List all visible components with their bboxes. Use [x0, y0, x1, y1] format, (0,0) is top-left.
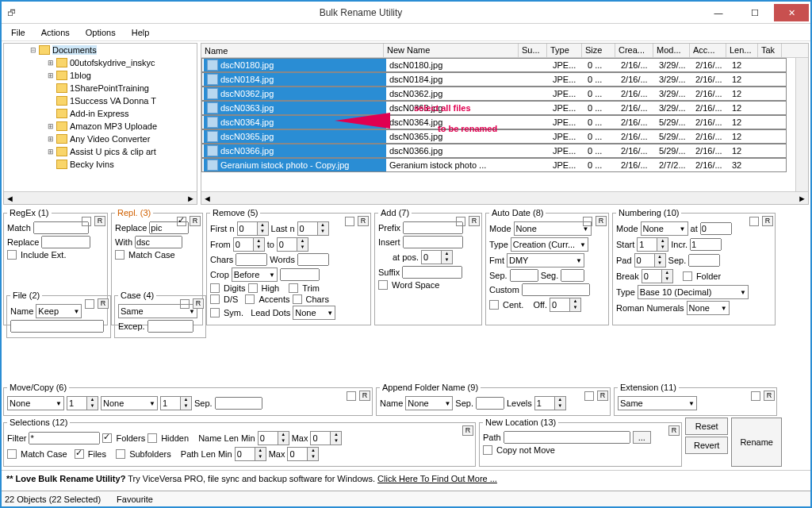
col-taken[interactable]: Tak: [758, 44, 782, 57]
list-vscroll[interactable]: [795, 58, 808, 191]
panel-add: Add (7) R Prefix Insert at pos.▲▼ Suffix…: [374, 208, 482, 325]
repl-enable-check[interactable]: [177, 217, 186, 226]
extension-select[interactable]: Same▼: [618, 396, 697, 410]
menu-file[interactable]: File: [6, 26, 30, 39]
menu-actions[interactable]: Actions: [36, 26, 75, 39]
close-button[interactable]: ✕: [774, 4, 809, 21]
add-insert-input[interactable]: [403, 236, 463, 248]
file-name-select[interactable]: Keep▼: [36, 304, 82, 318]
file-row[interactable]: dscN0180.jpgdscN0180.jpgJPE...0 ...2/16/…: [201, 58, 787, 72]
tree-item[interactable]: ⊞Amazon MP3 Uploade: [4, 120, 197, 133]
newloc-path-input[interactable]: [504, 431, 630, 444]
regex-replace-input[interactable]: [41, 236, 90, 248]
col-type[interactable]: Type: [547, 44, 582, 57]
file-row[interactable]: dscN0184.jpgdscN0184.jpgJPE...0 ...2/16/…: [201, 72, 787, 87]
tree-item[interactable]: Add-in Express: [4, 107, 197, 120]
file-name-input[interactable]: [10, 320, 104, 333]
app-icon: 🗗: [2, 8, 21, 17]
titlebar: 🗗 Bulk Rename Utility — ☐ ✕: [2, 2, 810, 24]
file-row[interactable]: dscN0362.jpgdscN0362.jpgJPE...0 ...2/16/…: [201, 87, 787, 101]
file-row[interactable]: dscN0364.jpgdscN0364.jpgJPE...0 ...2/16/…: [201, 115, 787, 129]
col-newname[interactable]: New Name: [384, 44, 519, 57]
tree-item[interactable]: ⊞00utofskydrive_inskyc: [4, 56, 197, 69]
status-objects: 22 Objects (22 Selected): [5, 495, 101, 504]
promo-bar: ** Love Bulk Rename Utility? Try ViceVer…: [2, 470, 810, 487]
panel-remove: Remove (5) R First n▲▼ Last n▲▼ From▲▼ t…: [206, 208, 371, 325]
col-accessed[interactable]: Acc...: [690, 44, 726, 57]
panel-selections: Selections (12) R Filter Folders Hidden …: [3, 418, 476, 467]
add-prefix-input[interactable]: [403, 221, 463, 234]
regex-reset[interactable]: R: [94, 216, 105, 226]
panel-newlocation: New Location (13) R Path... Copy not Mov…: [479, 418, 682, 467]
repl-matchcase-check[interactable]: [115, 250, 124, 260]
tree-item[interactable]: ⊞1blog: [4, 69, 197, 82]
file-row[interactable]: Geranium istock photo - Copy.jpgGeranium…: [201, 158, 787, 172]
tree-item[interactable]: ⊞Assist U pics & clip art: [4, 145, 197, 158]
tree-hscroll[interactable]: ◄►: [4, 191, 197, 204]
repl-with-input[interactable]: [135, 236, 182, 248]
reset-button[interactable]: Reset: [685, 418, 728, 435]
panel-case: Case (4) R Same▼ Excep.: [114, 291, 206, 338]
col-subdir[interactable]: Su...: [519, 44, 547, 57]
file-row[interactable]: dscN0363.jpgdscN0363.jpgJPE...0 ...2/16/…: [201, 101, 787, 115]
browse-button[interactable]: ...: [633, 431, 651, 444]
regex-includeext-check[interactable]: [7, 250, 17, 260]
menubar: File Actions Options Help: [2, 24, 810, 41]
list-hscroll[interactable]: ◄►: [201, 191, 808, 204]
add-suffix-input[interactable]: [402, 266, 462, 279]
minimize-button[interactable]: —: [701, 4, 736, 21]
remove-lastn-spin[interactable]: ▲▼: [297, 221, 329, 236]
annotation-arrow: [335, 113, 390, 129]
maximize-button[interactable]: ☐: [737, 4, 772, 21]
tree-item[interactable]: Becky Ivins: [4, 158, 197, 171]
tree-item[interactable]: ⊟Documents: [4, 44, 197, 56]
revert-button[interactable]: Revert: [685, 437, 728, 454]
panel-numbering: Numbering (10) R ModeNone▼at Start▲▼Incr…: [612, 208, 776, 325]
panel-extension: Extension (11) R Same▼: [614, 383, 777, 416]
remove-firstn-spin[interactable]: ▲▼: [237, 221, 269, 236]
tree-item[interactable]: ⊞Any Video Converter: [4, 133, 197, 145]
col-created[interactable]: Crea...: [615, 44, 653, 57]
col-size[interactable]: Size: [582, 44, 615, 57]
col-modified[interactable]: Mod...: [653, 44, 690, 57]
panel-autodate: Auto Date (8) R ModeNone▼ TypeCreation (…: [485, 208, 609, 325]
remove-crop-select[interactable]: Before▼: [232, 267, 278, 282]
menu-options[interactable]: Options: [81, 26, 121, 39]
file-row[interactable]: dscN0365.jpgdscN0365.jpgJPE...0 ...2/16/…: [201, 129, 787, 144]
filter-input[interactable]: [29, 432, 100, 444]
rename-button[interactable]: Rename: [731, 418, 782, 467]
panel-file: File (2) R NameKeep▼: [6, 291, 111, 338]
menu-help[interactable]: Help: [127, 26, 155, 39]
col-name[interactable]: Name: [201, 44, 384, 57]
repl-reset[interactable]: R: [190, 216, 201, 226]
folder-tree[interactable]: ⊟Documents⊞00utofskydrive_inskyc⊞1blog1S…: [3, 43, 197, 205]
regex-enable-check[interactable]: [82, 217, 91, 226]
promo-link[interactable]: Click Here To Find Out More ...: [377, 474, 497, 483]
statusbar: 22 Objects (22 Selected) Favourite: [2, 491, 810, 506]
panel-movecopy: Move/Copy (6) R None▼ ▲▼ None▼ ▲▼ Sep.: [3, 383, 373, 416]
regex-match-input[interactable]: [33, 221, 89, 234]
file-list[interactable]: Name New Name Su... Type Size Crea... Mo…: [201, 43, 809, 205]
tree-item[interactable]: 1SharePointTraining: [4, 82, 197, 94]
panel-appendfolder: Append Folder Name (9) R NameNone▼ Sep. …: [376, 383, 611, 416]
tree-item[interactable]: 1Success VA Donna T: [4, 94, 197, 107]
status-favourite: Favourite: [117, 495, 153, 504]
col-length[interactable]: Len...: [726, 44, 758, 57]
file-row[interactable]: dscN0366.jpgdscN0366.jpgJPE...0 ...2/16/…: [201, 144, 787, 158]
list-header[interactable]: Name New Name Su... Type Size Crea... Mo…: [201, 44, 808, 58]
window-title: Bulk Rename Utility: [21, 7, 701, 18]
